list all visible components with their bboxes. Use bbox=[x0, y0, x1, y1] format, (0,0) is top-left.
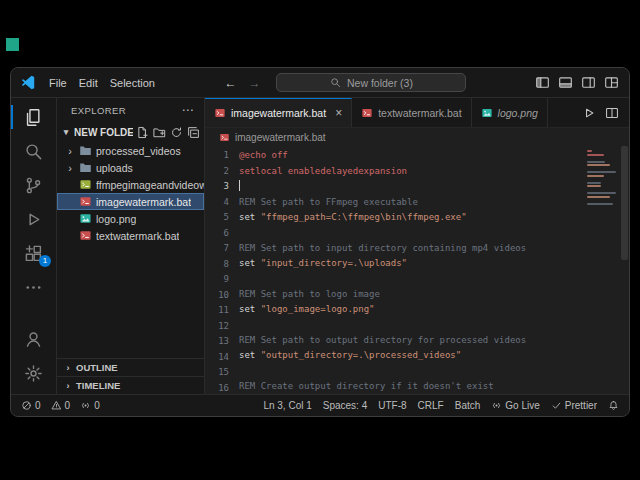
code-line[interactable]: set "logo_image=logo.png" bbox=[239, 302, 629, 318]
activity-bar-account[interactable] bbox=[11, 322, 56, 356]
code-token: "input_directory=.\uploads" bbox=[261, 258, 407, 268]
line-number[interactable]: 8 bbox=[224, 257, 229, 273]
line-number[interactable]: 15 bbox=[218, 365, 229, 381]
status-go-live[interactable]: Go Live bbox=[491, 400, 539, 411]
line-number[interactable]: 7 bbox=[224, 241, 229, 257]
code-line[interactable]: REM Create output directory if it doesn'… bbox=[239, 379, 629, 395]
collapse-all-button[interactable] bbox=[187, 126, 200, 139]
code-line[interactable] bbox=[239, 318, 629, 333]
file-tree: ›processed_videos›uploadsffmpegimageandv… bbox=[57, 142, 204, 244]
minimap-line bbox=[587, 192, 616, 194]
more-actions-icon[interactable]: ⋯ bbox=[182, 103, 194, 117]
tree-item-logo-png[interactable]: logo.png bbox=[57, 210, 204, 227]
code-line[interactable] bbox=[239, 364, 629, 379]
tab-textwatermark-bat[interactable]: textwatermark.bat bbox=[352, 98, 471, 127]
tree-item-textwatermark-bat[interactable]: textwatermark.bat bbox=[57, 227, 204, 244]
status-indentation[interactable]: Spaces: 4 bbox=[323, 400, 367, 411]
toggle-primary-sidebar-button[interactable] bbox=[535, 75, 550, 90]
source-control-icon bbox=[24, 176, 43, 195]
new-folder-icon bbox=[153, 130, 166, 141]
code-line[interactable]: setlocal enabledelayedexpansion bbox=[239, 164, 629, 180]
line-number[interactable]: 4 bbox=[224, 195, 229, 211]
status-cursor-position[interactable]: Ln 3, Col 1 bbox=[263, 400, 311, 411]
command-center-label: New folder (3) bbox=[347, 77, 413, 89]
tab-imagewatermark-bat[interactable]: imagewatermark.bat× bbox=[205, 98, 352, 127]
command-center-search[interactable]: New folder (3) bbox=[276, 73, 466, 92]
line-number[interactable]: 1 bbox=[224, 148, 229, 164]
code-line[interactable]: set "input_directory=.\uploads" bbox=[239, 256, 629, 272]
code-line[interactable]: @echo off bbox=[239, 148, 629, 164]
line-number[interactable]: 12 bbox=[218, 319, 229, 335]
new-folder-button[interactable] bbox=[153, 126, 166, 139]
line-number[interactable]: 11 bbox=[218, 303, 229, 319]
code-line[interactable] bbox=[239, 272, 629, 287]
activity-bar-explorer[interactable] bbox=[11, 100, 56, 134]
line-number[interactable]: 13 bbox=[218, 334, 229, 350]
nav-back-button[interactable]: ← bbox=[222, 76, 238, 90]
code-editor[interactable]: 12345678910111213141516 @echo offsetloca… bbox=[205, 146, 629, 394]
close-icon[interactable]: × bbox=[335, 107, 342, 119]
nav-forward-button[interactable]: → bbox=[246, 76, 262, 90]
code-line[interactable]: set "output_directory=.\processed_videos… bbox=[239, 348, 629, 364]
status-language-mode[interactable]: Batch bbox=[455, 400, 481, 411]
activity-bar-more[interactable] bbox=[11, 270, 56, 304]
status-encoding[interactable]: UTF-8 bbox=[378, 400, 406, 411]
scrollbar-thumb[interactable] bbox=[621, 146, 628, 260]
tree-item-imagewatermark-bat[interactable]: imagewatermark.bat bbox=[57, 193, 204, 210]
activity-bar-settings[interactable] bbox=[11, 356, 56, 390]
activity-bar-source-control[interactable] bbox=[11, 168, 56, 202]
line-number[interactable]: 6 bbox=[224, 226, 229, 242]
code-token: REM Create output directory if it doesn'… bbox=[239, 381, 494, 391]
run-button[interactable] bbox=[582, 106, 596, 120]
menu-edit[interactable]: Edit bbox=[74, 75, 103, 91]
line-number[interactable]: 3 bbox=[224, 179, 229, 195]
status-notifications[interactable] bbox=[608, 400, 619, 411]
line-number[interactable]: 10 bbox=[218, 288, 229, 304]
tree-item-ffmpegimageandvideowate[interactable]: ffmpegimageandvideowate... bbox=[57, 176, 204, 193]
status-errors[interactable]: 0 bbox=[21, 400, 41, 411]
line-number[interactable]: 9 bbox=[224, 272, 229, 288]
status-cursor-position-label: Ln 3, Col 1 bbox=[263, 400, 311, 411]
status-eol[interactable]: CRLF bbox=[418, 400, 444, 411]
new-file-button[interactable] bbox=[136, 126, 149, 139]
workspace-folder-row[interactable]: ▾ NEW FOLDER (3) bbox=[57, 122, 204, 142]
activity-bar-extensions[interactable]: 1 bbox=[11, 236, 56, 270]
breadcrumb-item[interactable]: imagewatermark.bat bbox=[235, 132, 326, 143]
minimap[interactable] bbox=[587, 150, 620, 205]
refresh-button[interactable] bbox=[170, 126, 183, 139]
code-line[interactable]: REM Set path to output directory for pro… bbox=[239, 333, 629, 349]
code-line[interactable] bbox=[239, 179, 629, 195]
menu-file[interactable]: File bbox=[44, 75, 72, 91]
activity-bar-search[interactable] bbox=[11, 134, 56, 168]
tree-item-uploads[interactable]: ›uploads bbox=[57, 159, 204, 176]
outline-section[interactable]: › OUTLINE bbox=[57, 358, 204, 376]
line-number[interactable]: 16 bbox=[218, 381, 229, 395]
menu-selection[interactable]: Selection bbox=[105, 75, 160, 91]
toggle-panel-button[interactable] bbox=[558, 75, 573, 90]
code-line[interactable]: REM Set path to logo image bbox=[239, 287, 629, 303]
split-editor-button[interactable] bbox=[605, 106, 619, 120]
code-token: "logo_image=logo.png" bbox=[261, 304, 375, 314]
timeline-section[interactable]: › TIMELINE bbox=[57, 376, 204, 394]
folder-icon bbox=[79, 144, 92, 157]
activity-bar-run-debug[interactable] bbox=[11, 202, 56, 236]
code-line[interactable]: REM Set path to FFmpeg executable bbox=[239, 195, 629, 211]
code-line[interactable] bbox=[239, 226, 629, 241]
status-ports[interactable]: 0 bbox=[80, 400, 100, 411]
minimap-line bbox=[587, 150, 592, 152]
status-errors-label: 0 bbox=[35, 400, 41, 411]
toggle-secondary-sidebar-button[interactable] bbox=[581, 75, 596, 90]
editor-scrollbar[interactable] bbox=[620, 146, 629, 394]
line-number[interactable]: 14 bbox=[218, 350, 229, 366]
window-layout-icons bbox=[535, 75, 619, 90]
code-line[interactable]: set "ffmpeg_path=C:\ffmpeg\bin\ffmpeg.ex… bbox=[239, 210, 629, 226]
code-line[interactable]: REM Set path to input directory containi… bbox=[239, 241, 629, 257]
tab-logo-png[interactable]: logo.png bbox=[472, 98, 548, 127]
minimap-line bbox=[587, 171, 616, 173]
line-number[interactable]: 2 bbox=[224, 164, 229, 180]
status-prettier[interactable]: Prettier bbox=[551, 400, 597, 411]
customize-layout-button[interactable] bbox=[604, 75, 619, 90]
line-number[interactable]: 5 bbox=[224, 210, 229, 226]
tree-item-processed-videos[interactable]: ›processed_videos bbox=[57, 142, 204, 159]
status-warnings[interactable]: 0 bbox=[51, 400, 71, 411]
